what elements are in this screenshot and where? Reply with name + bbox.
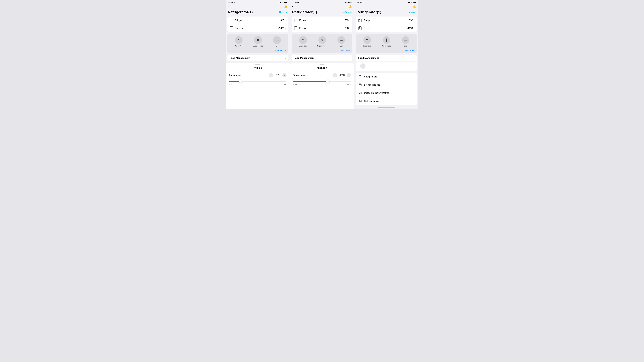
super-freeze-mode-1[interactable]: Super Freeze bbox=[253, 36, 263, 47]
time-2: 12:04 ➤ bbox=[292, 1, 299, 3]
back-button-2[interactable]: ‹ bbox=[292, 5, 293, 8]
freezer-icon-2 bbox=[294, 26, 298, 30]
fridge-row-1[interactable]: Fridge 3°C › bbox=[227, 16, 288, 24]
fridge-row-3[interactable]: Fridge 3°C › bbox=[356, 16, 417, 24]
fridge-chevron-1: › bbox=[285, 19, 286, 21]
slider-max-1: 8°C bbox=[284, 83, 286, 85]
slider-track-2[interactable] bbox=[293, 79, 351, 83]
eco-icon-2: eco bbox=[338, 36, 345, 44]
status-icons-3: ∿ ▰▰▰ bbox=[408, 1, 416, 3]
usage-frequency-item[interactable]: Usage Frequency Metrics › bbox=[356, 89, 417, 97]
appliances-card-2: Fridge 3°C › Freezer -18°C › bbox=[292, 16, 352, 32]
slider-thumb-2[interactable] bbox=[326, 80, 329, 83]
temp-increase-1[interactable]: + bbox=[282, 73, 286, 77]
temp-control-1: − 3°C + bbox=[269, 73, 286, 77]
super-cool-mode-2[interactable]: Super Cool bbox=[299, 36, 307, 47]
temperature-row-1: Temperature − 3°C + bbox=[226, 72, 290, 79]
menu-list-card: Shopping List › Browse Recipes › bbox=[356, 73, 417, 105]
eco-label-2: Eco bbox=[340, 45, 343, 47]
super-cool-icon-1 bbox=[235, 36, 242, 44]
svg-rect-53 bbox=[360, 92, 361, 94]
slider-min-2: -24°C bbox=[293, 83, 298, 85]
browse-recipes-icon bbox=[358, 83, 362, 87]
temp-decrease-2[interactable]: − bbox=[333, 73, 337, 77]
freezer-temp-1: -18°C bbox=[278, 27, 284, 29]
freezer-chevron-3: › bbox=[414, 27, 414, 29]
wifi-icon-3: ∿ bbox=[410, 1, 412, 3]
svg-rect-46 bbox=[359, 84, 361, 86]
bottom-panel-freezer: FREEZER Temperature − -18°C + -24°C bbox=[290, 63, 354, 109]
eco-mode-3[interactable]: eco Eco bbox=[402, 36, 410, 47]
learn-more-3[interactable]: Learn More bbox=[358, 48, 414, 52]
bell-icon-3[interactable]: 🔔 bbox=[413, 5, 416, 8]
food-mgmt-chevron-1: › bbox=[285, 57, 286, 59]
back-button-1[interactable]: ‹ bbox=[228, 5, 229, 8]
status-bar-1: 12:04 ➤ ∿ ▰▰▰ bbox=[226, 0, 290, 4]
add-food-button[interactable]: + bbox=[360, 63, 366, 69]
slider-labels-2: -24°C -14°C bbox=[293, 83, 351, 85]
usage-frequency-icon bbox=[358, 91, 362, 95]
food-mgmt-card-3: Food Management › + bbox=[356, 55, 417, 71]
slider-thumb-1[interactable] bbox=[239, 80, 242, 83]
bell-icon-2[interactable]: 🔔 bbox=[348, 5, 352, 8]
browse-recipes-chevron: › bbox=[414, 84, 414, 86]
food-mgmt-2[interactable]: Food Management › bbox=[292, 55, 352, 61]
freezer-row-1[interactable]: Freezer -18°C › bbox=[227, 24, 288, 32]
food-mgmt-label-1: Food Management bbox=[230, 57, 285, 59]
super-freeze-mode-3[interactable]: Super Freeze bbox=[382, 36, 392, 47]
bottom-panel-fridge: FRIDGE Temperature − 3°C + 2°C bbox=[226, 63, 290, 109]
learn-more-1[interactable]: Learn More bbox=[230, 48, 286, 52]
super-cool-label-2: Super Cool bbox=[299, 45, 307, 47]
fridge-label-3: Fridge bbox=[364, 19, 409, 22]
fridge-icon-1 bbox=[230, 18, 233, 22]
self-diagnostics-item[interactable]: Self Diagnostics › bbox=[356, 97, 417, 105]
browse-recipes-label: Browse Recipes bbox=[364, 84, 414, 86]
freezer-temp-3: -18°C bbox=[407, 27, 413, 29]
svg-rect-14 bbox=[294, 19, 297, 22]
slider-min-1: 2°C bbox=[229, 83, 232, 85]
svg-rect-18 bbox=[294, 26, 297, 30]
temp-increase-2[interactable]: + bbox=[347, 73, 351, 77]
signal-icon-3 bbox=[408, 1, 410, 3]
add-food-row: + bbox=[356, 61, 417, 71]
freezer-row-3[interactable]: Freezer -18°C › bbox=[356, 24, 417, 32]
super-freeze-label-2: Super Freeze bbox=[317, 45, 327, 47]
slider-container-1[interactable]: 2°C 8°C bbox=[226, 79, 290, 87]
super-freeze-icon-2 bbox=[318, 36, 326, 44]
temperature-row-2: Temperature − -18°C + bbox=[290, 72, 354, 79]
learn-more-2[interactable]: Learn More bbox=[294, 48, 350, 52]
page-title-3: Refrigerator(1) bbox=[356, 10, 381, 14]
slider-track-1[interactable] bbox=[229, 79, 286, 83]
location-arrow-3: ➤ bbox=[362, 1, 364, 3]
back-button-3[interactable]: ‹ bbox=[356, 5, 358, 8]
signal-icon-1 bbox=[279, 1, 281, 3]
freezer-label-1: Freezer bbox=[235, 27, 278, 29]
super-cool-mode-3[interactable]: Super Cool bbox=[363, 36, 372, 47]
status-bar-2: 12:04 ➤ ∿ ▰▰▰ bbox=[290, 0, 354, 4]
fridge-label-2: Fridge bbox=[299, 19, 345, 22]
fridge-chevron-3: › bbox=[414, 19, 414, 21]
slider-container-2[interactable]: -24°C -14°C bbox=[290, 79, 354, 87]
super-cool-mode-1[interactable]: Super Cool bbox=[234, 36, 243, 47]
time-3: 12:03 ➤ bbox=[357, 1, 364, 3]
food-mgmt-row-3[interactable]: Food Management › bbox=[356, 55, 417, 61]
screen-freezer: 12:04 ➤ ∿ ▰▰▰ ‹ 🔔 Refrigerator(1) Hisens… bbox=[290, 0, 354, 109]
fridge-row-2[interactable]: Fridge 3°C › bbox=[292, 16, 352, 24]
super-freeze-mode-2[interactable]: Super Freeze bbox=[317, 36, 327, 47]
browse-recipes-item[interactable]: Browse Recipes › bbox=[356, 81, 417, 89]
super-cool-icon-3 bbox=[364, 36, 371, 44]
eco-mode-1[interactable]: eco Eco bbox=[273, 36, 281, 47]
shopping-list-item[interactable]: Shopping List › bbox=[356, 73, 417, 81]
freezer-label-3: Freezer bbox=[364, 27, 407, 29]
fridge-chevron-2: › bbox=[350, 19, 350, 21]
slider-fill-1 bbox=[229, 81, 240, 82]
eco-mode-2[interactable]: eco Eco bbox=[338, 36, 345, 47]
food-mgmt-1[interactable]: Food Management › bbox=[227, 55, 288, 61]
shopping-list-label: Shopping List bbox=[364, 75, 414, 78]
location-arrow-1: ➤ bbox=[234, 1, 235, 3]
eco-label-3: Eco bbox=[404, 45, 407, 47]
freezer-label-2: Freezer bbox=[299, 27, 343, 29]
freezer-row-2[interactable]: Freezer -18°C › bbox=[292, 24, 352, 32]
temp-decrease-1[interactable]: − bbox=[269, 73, 273, 77]
bell-icon-1[interactable]: 🔔 bbox=[284, 5, 288, 8]
